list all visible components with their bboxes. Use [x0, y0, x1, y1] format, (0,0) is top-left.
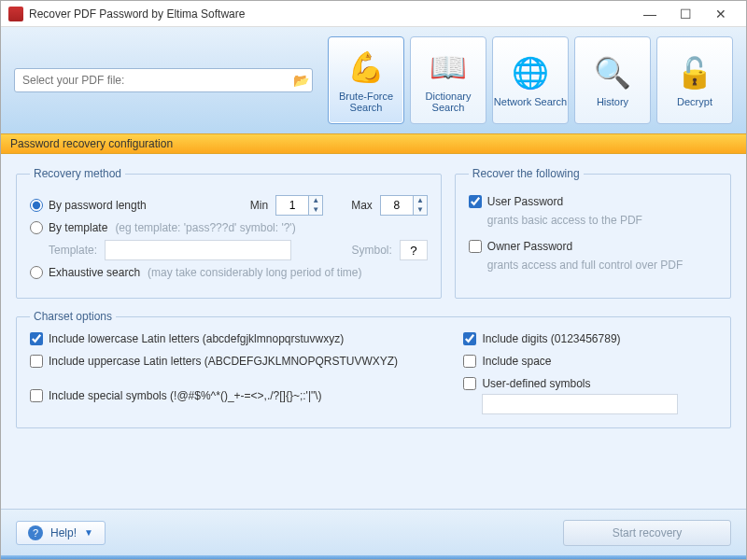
digits-label: Include digits (0123456789): [482, 332, 620, 345]
charset-legend: Charset options: [30, 310, 116, 323]
user-password-desc: grants basic access to the PDF: [487, 214, 717, 227]
start-recovery-button[interactable]: Start recovery: [563, 520, 731, 546]
template-hint: (eg template: 'pass???d' symbol: '?'): [115, 221, 295, 234]
chevron-up-icon[interactable]: ▲: [414, 196, 427, 205]
chevron-down-icon[interactable]: ▼: [414, 205, 427, 215]
tool-label: History: [597, 96, 628, 107]
userdef-checkbox[interactable]: User-defined symbols: [463, 377, 717, 390]
exhaustive-hint: (may take considerably long period of ti…: [148, 266, 361, 279]
max-spinner[interactable]: ▲▼: [380, 195, 428, 216]
chevron-down-icon[interactable]: ▼: [309, 205, 322, 215]
tool-label: Brute-Force Search: [329, 91, 403, 113]
lowercase-check-input[interactable]: [30, 332, 43, 345]
question-icon: ?: [28, 525, 43, 540]
help-button[interactable]: ? Help! ▼: [16, 521, 106, 545]
globe-icon: 🌐: [508, 53, 553, 92]
template-label: Template:: [49, 244, 97, 257]
close-button[interactable]: ✕: [703, 5, 739, 23]
min-label: Min: [250, 199, 268, 212]
tool-decrypt[interactable]: 🔓 Decrypt: [656, 36, 733, 124]
userdef-input[interactable]: [482, 394, 678, 414]
footer: ? Help! ▼ Start recovery: [1, 509, 746, 555]
by-length-radio[interactable]: By password length: [30, 199, 147, 212]
section-label: Password recovery configuration: [1, 133, 746, 154]
magnifier-icon: 🔍: [590, 53, 635, 92]
symbol-input[interactable]: [400, 240, 428, 260]
tool-brute-force[interactable]: 💪 Brute-Force Search: [328, 36, 404, 124]
space-check-input[interactable]: [463, 355, 476, 368]
chevron-up-icon[interactable]: ▲: [309, 196, 322, 205]
lowercase-checkbox[interactable]: Include lowercase Latin letters (abcdefg…: [30, 332, 435, 345]
folder-open-icon[interactable]: 📂: [293, 73, 309, 88]
window-title: Recover PDF Password by Eltima Software: [29, 7, 632, 21]
exhaustive-radio-input[interactable]: [30, 266, 43, 279]
book-icon: 📖: [426, 48, 471, 87]
by-template-label: By template: [49, 221, 107, 234]
digits-check-input[interactable]: [463, 332, 476, 345]
user-password-checkbox[interactable]: User Password: [469, 195, 563, 208]
special-check-input[interactable]: [30, 389, 43, 402]
by-length-radio-input[interactable]: [30, 199, 43, 212]
special-label: Include special symbols (!@#$%^*()_+-=<>…: [49, 389, 322, 402]
by-template-radio-input[interactable]: [30, 221, 43, 234]
userdef-check-input[interactable]: [463, 377, 476, 390]
space-checkbox[interactable]: Include space: [463, 355, 717, 368]
tool-dictionary[interactable]: 📖 Dictionary Search: [410, 36, 486, 124]
tool-label: Dictionary Search: [411, 91, 486, 113]
recover-following-fieldset: Recover the following User Password gran…: [455, 167, 731, 299]
lowercase-label: Include lowercase Latin letters (abcdefg…: [49, 332, 344, 345]
owner-password-label: Owner Password: [487, 240, 572, 253]
recovery-method-legend: Recovery method: [30, 167, 125, 180]
handshake-icon: 💪: [344, 48, 388, 87]
digits-checkbox[interactable]: Include digits (0123456789): [463, 332, 717, 345]
content: Recovery method By password length Min ▲…: [1, 154, 746, 509]
charset-fieldset: Charset options Include lowercase Latin …: [16, 310, 731, 428]
by-length-label: By password length: [49, 199, 147, 212]
titlebar: Recover PDF Password by Eltima Software …: [1, 1, 746, 27]
owner-password-checkbox[interactable]: Owner Password: [469, 240, 572, 253]
recovery-method-fieldset: Recovery method By password length Min ▲…: [16, 167, 442, 299]
file-path-input[interactable]: [14, 68, 313, 92]
owner-password-desc: grants access and full control over PDF: [487, 259, 717, 272]
bottom-accent: [1, 555, 746, 559]
exhaustive-radio[interactable]: Exhaustive search: [30, 266, 140, 279]
uppercase-checkbox[interactable]: Include uppercase Latin letters (ABCDEFG…: [30, 355, 435, 368]
by-template-radio[interactable]: By template: [30, 221, 107, 234]
userdef-label: User-defined symbols: [482, 377, 590, 390]
recover-following-legend: Recover the following: [469, 167, 584, 180]
uppercase-check-input[interactable]: [30, 355, 43, 368]
exhaustive-label: Exhaustive search: [49, 266, 140, 279]
app-window: Recover PDF Password by Eltima Software …: [0, 0, 747, 560]
padlock-open-icon: 🔓: [672, 53, 717, 92]
symbol-label: Symbol:: [351, 244, 391, 257]
tool-label: Decrypt: [677, 96, 712, 107]
user-password-check-input[interactable]: [469, 195, 482, 208]
tool-history[interactable]: 🔍 History: [574, 36, 651, 124]
maximize-button[interactable]: ☐: [668, 5, 703, 23]
toolbar: 📂 💪 Brute-Force Search 📖 Dictionary Sear…: [1, 27, 746, 133]
space-label: Include space: [482, 355, 551, 368]
chevron-down-icon: ▼: [84, 527, 93, 538]
special-checkbox[interactable]: Include special symbols (!@#$%^*()_+-=<>…: [30, 377, 435, 414]
help-label: Help!: [50, 526, 77, 539]
user-password-label: User Password: [487, 195, 563, 208]
owner-password-check-input[interactable]: [469, 240, 482, 253]
max-label: Max: [351, 199, 373, 212]
file-select-area: 📂: [14, 68, 317, 92]
uppercase-label: Include uppercase Latin letters (ABCDEFG…: [49, 355, 398, 368]
min-spinner[interactable]: ▲▼: [275, 195, 323, 216]
tool-network[interactable]: 🌐 Network Search: [492, 36, 569, 124]
tool-label: Network Search: [494, 96, 567, 107]
app-icon: [8, 7, 23, 21]
max-value-input[interactable]: [380, 195, 414, 216]
template-input[interactable]: [105, 240, 291, 260]
minimize-button[interactable]: —: [632, 5, 668, 23]
min-value-input[interactable]: [275, 195, 309, 216]
